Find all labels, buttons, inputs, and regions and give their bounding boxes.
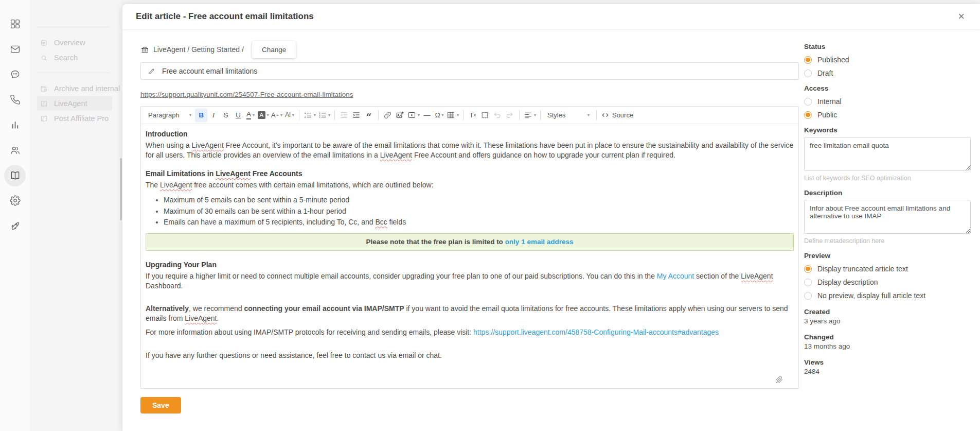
block-quote-button[interactable]: “ <box>363 109 375 122</box>
created-value: 3 years ago <box>804 317 971 325</box>
decrease-indent-icon <box>340 111 348 119</box>
styles-dropdown[interactable]: Styles▾ <box>544 109 593 122</box>
text-alignment-button[interactable]: ▾ <box>523 109 537 122</box>
change-category-button[interactable]: Change <box>252 41 296 58</box>
source-button[interactable]: Source <box>600 109 634 122</box>
no-preview-display-full-article-text-radio[interactable]: No preview, display full article text <box>804 291 971 300</box>
sidebar-mail-nav[interactable] <box>0 37 30 62</box>
chevron-down-icon: ▾ <box>292 113 294 117</box>
editor-content[interactable]: IntroductionWhen using a LiveAgent Free … <box>141 124 798 388</box>
redo-button[interactable] <box>504 109 516 122</box>
text-run: If you have any further questions or nee… <box>146 351 442 359</box>
radio-icon <box>804 279 812 286</box>
text-run: . <box>217 314 219 322</box>
undo-button[interactable] <box>491 109 504 122</box>
numbered-list-button[interactable]: 1.2.▾ <box>302 109 317 122</box>
modal-body: LiveAgent / Getting Started / Change htt… <box>122 29 980 431</box>
description-helper: Define metadescription here <box>804 237 971 245</box>
sidebar-item-archive-and-internal[interactable]: Archive and internal <box>37 81 112 96</box>
chevron-down-icon: ▾ <box>189 113 191 117</box>
paragraph-style-dropdown[interactable]: Paragraph▾ <box>145 109 195 122</box>
bulleted-list-icon <box>318 111 327 119</box>
numbered-list-icon: 1.2. <box>304 111 312 119</box>
bold-button[interactable]: B <box>195 109 207 122</box>
sidebar-item-label: Search <box>54 54 78 62</box>
radio-label: Internal <box>817 97 842 106</box>
decrease-indent-button[interactable] <box>338 109 350 122</box>
article-url-link[interactable]: https://support.qualityunit.com/254507-F… <box>140 91 353 98</box>
text-run: Dashboard. <box>146 282 183 290</box>
sidebar-phone-nav[interactable] <box>0 87 30 112</box>
public-radio[interactable]: Public <box>804 111 971 119</box>
italic-button[interactable]: I <box>207 109 220 122</box>
text-run: Maximum of 30 emails can be sent within … <box>164 207 346 215</box>
inline-link[interactable]: only 1 email address <box>505 238 574 246</box>
select-all-button[interactable] <box>479 109 491 122</box>
editor-heading: Introduction <box>146 129 794 139</box>
sidebar-item-search[interactable]: Search <box>37 50 112 65</box>
sidebar-settings-nav[interactable] <box>0 188 30 213</box>
underline-button[interactable]: U <box>232 109 244 122</box>
text-run: Introduction <box>146 130 188 138</box>
draft-radio[interactable]: Draft <box>804 69 971 77</box>
archive-icon <box>40 85 48 93</box>
font-size-button[interactable]: A▾ <box>270 109 283 122</box>
modal-header: Edit article - Free account email limita… <box>122 4 980 29</box>
save-button[interactable]: Save <box>140 397 181 413</box>
link-icon <box>383 111 392 119</box>
internal-radio[interactable]: Internal <box>804 97 971 106</box>
sidebar-knowledgebase-nav[interactable] <box>0 163 30 188</box>
strikethrough-button[interactable]: S <box>220 109 232 122</box>
changed-value: 13 months ago <box>804 342 971 350</box>
block-quote-icon: “ <box>366 112 371 118</box>
inline-link[interactable]: My Account <box>657 272 694 280</box>
text-run: When using a <box>146 141 192 149</box>
editor-paragraph: When using a LiveAgent Free Account, it'… <box>146 141 794 160</box>
article-settings-panel: Status PublishedDraft Access InternalPub… <box>804 29 971 431</box>
sidebar-chat-nav[interactable] <box>0 62 30 87</box>
bullet-item: Emails can have a maximum of 5 recipient… <box>164 217 794 227</box>
sidebar-item-post-affiliate-pro[interactable]: Post Affiliate Pro <box>37 111 112 126</box>
insert-image-button[interactable] <box>394 109 406 122</box>
sidebar-scrollbar[interactable] <box>120 158 122 220</box>
sidebar-rocket-nav[interactable] <box>0 213 30 238</box>
sidebar-reports-nav[interactable] <box>0 112 30 137</box>
breadcrumb: LiveAgent / Getting Started / Change <box>140 41 799 58</box>
description-group: Description Infor about Free account ema… <box>804 189 971 245</box>
sidebar-customers-nav[interactable] <box>0 137 30 163</box>
link-button[interactable] <box>382 109 394 122</box>
font-family-button[interactable]: AI▾ <box>283 109 296 122</box>
insert-table-button[interactable]: ▾ <box>446 109 460 122</box>
close-icon[interactable]: × <box>956 10 967 23</box>
sidebar-dashboard-nav[interactable] <box>0 11 30 37</box>
sidebar-item-overview[interactable]: Overview <box>37 36 112 50</box>
toolbar-separator <box>596 110 597 120</box>
inline-link[interactable]: https://support.liveagent.com/458758-Con… <box>473 328 719 336</box>
increase-indent-button[interactable] <box>350 109 363 122</box>
paperclip-icon[interactable] <box>775 376 783 386</box>
status-group: Status PublishedDraft <box>804 43 971 77</box>
special-characters-icon: Ω <box>435 112 440 119</box>
insert-media-button[interactable]: ▾ <box>406 109 421 122</box>
keywords-input[interactable]: free limitation email quota <box>804 137 971 171</box>
settings-icon <box>10 195 21 206</box>
text-alignment-icon <box>524 111 532 119</box>
description-input[interactable]: Infor about Free account email limitatio… <box>804 200 971 234</box>
radio-label: Draft <box>817 69 833 77</box>
display-truncated-article-text-radio[interactable]: Display truncated article text <box>804 265 971 273</box>
font-background-color-button[interactable]: A▾ <box>257 109 270 122</box>
display-description-radio[interactable]: Display description <box>804 278 971 286</box>
article-title-input[interactable] <box>161 66 792 76</box>
special-characters-button[interactable]: Ω▾ <box>433 109 446 122</box>
editor-paragraph: If you have any further questions or nee… <box>146 351 794 360</box>
toolbar-separator <box>334 110 335 120</box>
sidebar-item-liveagent[interactable]: LiveAgent <box>37 96 112 111</box>
category-icon <box>140 45 149 54</box>
published-radio[interactable]: Published <box>804 56 971 64</box>
remove-format-button[interactable]: T <box>467 109 479 122</box>
bulleted-list-button[interactable]: ▾ <box>317 109 331 122</box>
horizontal-line-icon: — <box>423 112 431 119</box>
horizontal-line-button[interactable]: — <box>421 109 433 122</box>
font-color-button[interactable]: A▾ <box>244 109 257 122</box>
radio-icon <box>804 111 812 119</box>
